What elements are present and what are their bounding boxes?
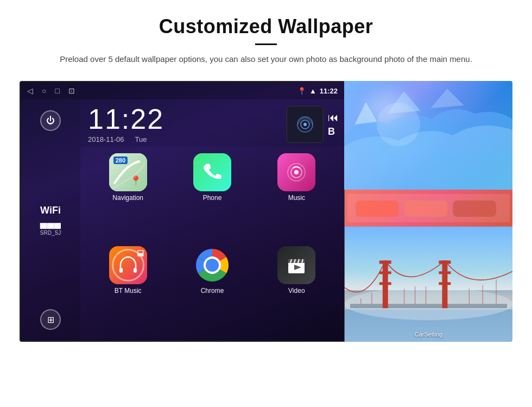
wallpaper-car bbox=[344, 190, 512, 227]
nav-icons: ◁ ○ □ ⊡ bbox=[27, 86, 75, 95]
screen-body: ⏻ WiFi ▄▄▄ SRD_SJ ⊞ 11:22 2018-11-06 Tu bbox=[21, 99, 344, 341]
clock-area: 11:22 2018-11-06 Tue bbox=[80, 99, 344, 147]
wifi-widget: WiFi ▄▄▄ SRD_SJ bbox=[40, 205, 61, 236]
media-label-b: B bbox=[328, 126, 339, 137]
svg-rect-32 bbox=[439, 282, 451, 285]
clock-date: 2018-11-06 Tue bbox=[88, 135, 164, 143]
wifi-ssid: SRD_SJ bbox=[40, 230, 61, 236]
wifi-label: WiFi bbox=[40, 205, 61, 216]
video-label: Video bbox=[288, 287, 305, 295]
app-item-chrome[interactable]: Chrome bbox=[172, 246, 252, 335]
phone-app-icon bbox=[193, 153, 231, 191]
apps-grid-button[interactable]: ⊞ bbox=[40, 309, 61, 330]
recent-icon[interactable]: □ bbox=[55, 86, 59, 95]
android-screen: ◁ ○ □ ⊡ 📍 ▲ 11:22 ⏻ WiFi ▄▄▄ SRD_SJ bbox=[20, 81, 345, 342]
carsetting-label: CarSetting bbox=[415, 331, 443, 337]
media-album-icon bbox=[287, 106, 324, 143]
clock-date-value: 2018-11-06 bbox=[88, 135, 124, 143]
status-time: 11:22 bbox=[320, 87, 338, 95]
location-icon: 📍 bbox=[297, 87, 306, 95]
power-button[interactable]: ⏻ bbox=[40, 110, 61, 131]
svg-point-2 bbox=[303, 123, 307, 126]
app-item-btmusic[interactable]: ⬓ BT Music bbox=[88, 246, 168, 335]
chrome-app-icon bbox=[193, 246, 231, 284]
media-section: ⏮ B bbox=[287, 106, 339, 143]
svg-point-9 bbox=[206, 259, 219, 272]
app-item-music[interactable]: Music bbox=[257, 153, 337, 242]
content-area: ◁ ○ □ ⊡ 📍 ▲ 11:22 ⏻ WiFi ▄▄▄ SRD_SJ bbox=[0, 71, 532, 407]
center-content: 11:22 2018-11-06 Tue bbox=[80, 99, 344, 341]
svg-point-5 bbox=[294, 170, 299, 174]
clock-day-value: Tue bbox=[135, 135, 147, 143]
map-pin-icon: 📍 bbox=[130, 175, 142, 187]
svg-rect-31 bbox=[439, 271, 451, 274]
back-icon[interactable]: ◁ bbox=[27, 86, 33, 95]
btmusic-label: BT Music bbox=[115, 287, 142, 295]
app-item-video[interactable]: Video bbox=[257, 246, 337, 335]
wallpaper-ice bbox=[344, 81, 512, 190]
status-right: 📍 ▲ 11:22 bbox=[297, 87, 338, 95]
wifi-signal-icon: ▄▄▄ bbox=[40, 217, 61, 229]
phone-label: Phone bbox=[203, 194, 222, 202]
svg-rect-20 bbox=[404, 201, 448, 217]
screenshot-icon[interactable]: ⊡ bbox=[68, 86, 75, 95]
svg-rect-28 bbox=[379, 282, 391, 285]
wifi-status-icon: ▲ bbox=[309, 87, 316, 95]
svg-rect-21 bbox=[453, 201, 496, 217]
svg-rect-19 bbox=[356, 201, 399, 217]
wallpaper-bridge: CarSetting bbox=[344, 227, 512, 342]
svg-rect-24 bbox=[350, 304, 507, 308]
music-label: Music bbox=[288, 194, 305, 202]
navigation-label: Navigation bbox=[112, 194, 143, 202]
chrome-label: Chrome bbox=[201, 287, 224, 295]
page-title: Customized Wallpaper bbox=[33, 15, 499, 38]
status-bar: ◁ ○ □ ⊡ 📍 ▲ 11:22 bbox=[21, 82, 344, 99]
wallpaper-previews: CarSetting bbox=[344, 81, 512, 342]
clock-section: 11:22 2018-11-06 Tue bbox=[88, 105, 164, 143]
clock-time: 11:22 bbox=[88, 105, 164, 133]
media-prev-icon[interactable]: ⏮ bbox=[328, 111, 339, 124]
music-app-icon bbox=[277, 153, 315, 191]
navigation-app-icon: 280 📍 bbox=[109, 153, 147, 191]
app-item-navigation[interactable]: 280 📍 Navigation bbox=[88, 153, 168, 242]
page-header: Customized Wallpaper Preload over 5 defa… bbox=[0, 0, 532, 71]
app-item-phone[interactable]: Phone bbox=[172, 153, 252, 242]
page-subtitle: Preload over 5 default wallpaper options… bbox=[60, 53, 472, 66]
media-controls: ⏮ B bbox=[328, 111, 339, 137]
svg-point-17 bbox=[377, 103, 420, 146]
video-app-icon bbox=[277, 246, 315, 284]
home-icon[interactable]: ○ bbox=[42, 86, 46, 95]
svg-rect-27 bbox=[379, 271, 391, 274]
app-grid: 280 📍 Navigation bbox=[80, 147, 344, 341]
btmusic-app-icon: ⬓ bbox=[109, 246, 147, 284]
title-divider bbox=[255, 43, 277, 45]
left-sidebar: ⏻ WiFi ▄▄▄ SRD_SJ ⊞ bbox=[21, 99, 80, 341]
